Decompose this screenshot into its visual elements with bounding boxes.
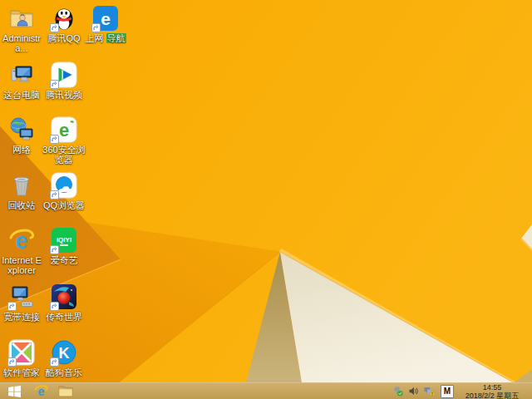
desktop-icon-tencent-video[interactable]: 腾讯视频 (42, 62, 86, 115)
shortcut-arrow-icon (50, 245, 59, 254)
shortcut-arrow-icon (7, 357, 17, 367)
qq-browser-cloud-icon (51, 172, 77, 199)
broadband-connection-icon (8, 283, 35, 310)
svg-text:e: e (59, 120, 69, 140)
ime-indicator[interactable]: M (441, 385, 454, 398)
desktop-icon-administrator[interactable]: Administra... (0, 5, 43, 58)
recycle-bin-icon (8, 172, 35, 199)
taskbar-clock[interactable]: 14:55 2018/2/2 星期五 (457, 383, 532, 399)
desktop-icon-this-pc[interactable]: 这台电脑 (0, 62, 43, 115)
desktop-icon-360-browser[interactable]: e 360安全浏览器 (42, 116, 86, 170)
shortcut-arrow-icon (50, 302, 59, 311)
icon-label: 酷狗音乐 (42, 367, 86, 377)
desktop-icon-web-navigation[interactable]: e 上网 导航 (84, 5, 127, 58)
volume-icon[interactable] (407, 385, 420, 397)
icon-label: 爱奇艺 (42, 255, 86, 265)
kugou-music-icon: K (51, 339, 77, 366)
icon-label: 宽带连接 (0, 312, 43, 322)
icon-label: 回收站 (0, 200, 43, 210)
icon-label: 上网 导航 (84, 33, 127, 43)
svg-text:K: K (59, 345, 70, 362)
icon-label: 传奇世界 (42, 312, 86, 322)
start-button[interactable] (0, 383, 28, 399)
desktop-icon-internet-explorer[interactable]: e Internet Explorer (0, 227, 43, 280)
usb-safely-remove-icon[interactable] (392, 385, 404, 397)
tencent-video-play-icon (51, 62, 77, 88)
desktop-icon-network[interactable]: 网络 (0, 116, 43, 170)
this-pc-icon (8, 62, 35, 88)
qq-penguin-icon (51, 5, 77, 32)
web-navigation-e-icon: e (92, 5, 119, 32)
icon-label: 腾讯视频 (42, 90, 86, 100)
internet-explorer-icon: e (8, 227, 35, 254)
desktop-icon-iqiyi[interactable]: iQIYI 爱奇艺 (42, 227, 86, 280)
desktop-icon-recycle-bin[interactable]: 回收站 (0, 172, 43, 225)
360-browser-e-icon: e (51, 116, 77, 143)
icon-label: 软件管家 (0, 367, 43, 377)
desktop-area[interactable]: Administra... 腾讯QQ (0, 0, 532, 382)
shortcut-arrow-icon (50, 23, 59, 32)
svg-text:iQIYI: iQIYI (57, 236, 71, 244)
file-explorer-icon (58, 385, 73, 397)
taskbar: e (0, 382, 532, 399)
taskbar-internet-explorer[interactable]: e (28, 383, 53, 399)
shortcut-arrow-icon (50, 357, 59, 367)
windows-desktop-screen: Administra... 腾讯QQ (0, 0, 532, 399)
clock-date: 2018/2/2 星期五 (457, 392, 527, 399)
shortcut-arrow-icon (91, 23, 101, 32)
desktop-icon-legend-world[interactable]: 传奇世界 (42, 283, 86, 337)
legend-world-game-icon (51, 283, 77, 310)
svg-text:e: e (101, 9, 111, 28)
shortcut-arrow-icon (50, 80, 59, 89)
label-highlight: 导航 (106, 33, 126, 43)
iqiyi-icon: iQIYI (51, 227, 77, 254)
desktop-icon-tencent-qq[interactable]: 腾讯QQ (42, 5, 86, 58)
shortcut-arrow-icon (7, 302, 17, 311)
taskbar-file-explorer[interactable] (53, 383, 78, 399)
shortcut-arrow-icon (50, 190, 59, 200)
icon-label: Internet Explorer (0, 255, 43, 275)
system-tray: M 14:55 2018/2/2 星期五 (390, 383, 532, 399)
icon-label: 这台电脑 (0, 90, 43, 100)
windows-logo-icon (8, 386, 21, 397)
icon-label: QQ浏览器 (42, 200, 86, 210)
software-manager-icon (8, 339, 35, 366)
network-globe-icon (8, 116, 35, 143)
user-folder-icon (8, 5, 35, 32)
shortcut-arrow-icon (50, 135, 59, 144)
internet-explorer-icon: e (34, 384, 48, 398)
icon-label: 360安全浏览器 (42, 145, 86, 165)
icon-label: 腾讯QQ (42, 33, 86, 43)
desktop-icon-broadband-connection[interactable]: 宽带连接 (0, 283, 43, 337)
icon-label: 网络 (0, 145, 43, 155)
icon-label: Administra... (0, 33, 43, 53)
clock-time: 14:55 (457, 383, 527, 392)
network-warning-icon[interactable] (423, 385, 436, 397)
desktop-icon-qq-browser[interactable]: QQ浏览器 (42, 172, 86, 225)
